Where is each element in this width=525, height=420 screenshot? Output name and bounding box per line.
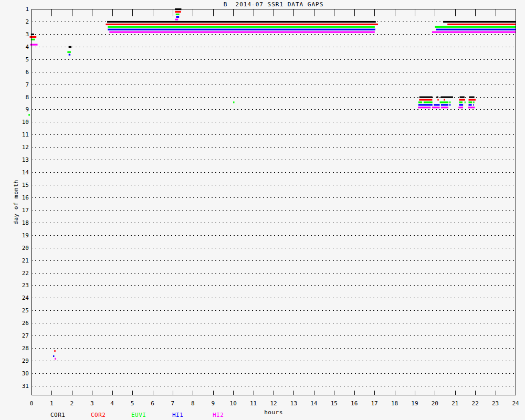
- gap-bar: [449, 104, 450, 106]
- gap-bar: [468, 107, 475, 108]
- x-tick-label: 3: [90, 400, 94, 407]
- gap-bar: [233, 101, 234, 103]
- gap-bar: [418, 101, 422, 103]
- y-tick-label: 19: [22, 232, 29, 239]
- y-axis-title: day of month: [13, 180, 19, 224]
- gap-bar: [465, 101, 466, 103]
- gap-bar: [468, 101, 472, 103]
- gap-bar: [432, 107, 440, 108]
- series-cor2: [30, 11, 516, 352]
- y-tick-label: 14: [22, 169, 29, 176]
- gap-bar: [419, 99, 432, 100]
- y-tick-label: 3: [25, 31, 29, 38]
- y-tick-label: 15: [22, 182, 29, 188]
- y-tick-label: 24: [22, 295, 29, 301]
- x-tick-label: 20: [432, 400, 438, 407]
- gap-bar: [28, 114, 30, 116]
- gap-bar: [434, 104, 439, 106]
- gap-bar: [436, 97, 438, 98]
- y-tick-label: 17: [22, 207, 29, 214]
- y-tick-labels: 1234567891011121314151617181920212223242…: [22, 6, 29, 390]
- y-tick-label: 8: [25, 94, 29, 101]
- x-tick-label: 2: [70, 400, 74, 407]
- x-tick-label: 10: [230, 400, 237, 407]
- gap-bar: [109, 32, 375, 33]
- gap-bar: [108, 26, 375, 28]
- y-tick-label: 16: [22, 194, 29, 201]
- y-tick-label: 7: [25, 81, 29, 88]
- x-tick-label: 0: [30, 400, 34, 407]
- x-tick-label: 22: [472, 400, 479, 407]
- y-tick-label: 5: [25, 56, 29, 63]
- series-hi2: [30, 19, 516, 360]
- x-tick-label: 15: [331, 400, 338, 407]
- gap-bar: [435, 26, 516, 28]
- x-tick-label: 23: [492, 400, 499, 407]
- y-tick-label: 30: [22, 370, 29, 377]
- gap-bar: [106, 24, 378, 25]
- y-tick-label: 25: [22, 307, 29, 314]
- gap-bar: [108, 29, 375, 30]
- gap-bar: [67, 51, 71, 53]
- gap-bar: [440, 97, 453, 98]
- x-tick-label: 4: [110, 400, 114, 407]
- gap-bar: [424, 101, 433, 103]
- gap-bar: [419, 97, 433, 98]
- gap-bar: [459, 104, 463, 106]
- x-tick-label: 24: [512, 400, 519, 407]
- gap-bar: [440, 101, 449, 103]
- gap-bars: [28, 8, 516, 360]
- y-tick-label: 23: [22, 282, 29, 289]
- gap-bar: [436, 29, 516, 30]
- gap-bar: [459, 99, 465, 100]
- y-tick-label: 20: [22, 245, 29, 251]
- x-tick-label: 7: [171, 400, 175, 407]
- gap-bar: [441, 107, 448, 108]
- gap-bar: [458, 107, 463, 108]
- x-tick-label: 21: [452, 400, 458, 407]
- y-tick-label: 9: [25, 106, 29, 113]
- gap-bar: [176, 16, 179, 18]
- series-cor1: [31, 8, 516, 98]
- gap-bar: [449, 101, 450, 103]
- x-tick-label: 5: [131, 400, 134, 407]
- gap-bar: [176, 14, 180, 15]
- x-tick-label: 1: [50, 400, 54, 407]
- y-tick-label: 10: [22, 119, 29, 125]
- gap-bar: [468, 99, 475, 100]
- gap-bar: [55, 358, 56, 360]
- y-tick-label: 13: [22, 156, 29, 163]
- gap-bar: [460, 97, 465, 98]
- gap-bar: [30, 44, 37, 45]
- y-tick-label: 22: [22, 270, 29, 277]
- gap-bar: [473, 101, 474, 103]
- x-tick-label: 6: [151, 400, 154, 407]
- x-tick-label: 11: [250, 400, 257, 407]
- gap-bar: [459, 101, 463, 103]
- gap-bar: [432, 32, 516, 33]
- gap-bar: [473, 104, 474, 106]
- gap-bar: [441, 104, 448, 106]
- gap-bar: [447, 24, 516, 25]
- legend-item-hi2: HI2: [213, 412, 224, 418]
- y-tick-label: 27: [22, 332, 29, 339]
- y-tick-label: 28: [22, 345, 29, 352]
- gap-bar: [31, 34, 34, 35]
- x-tick-label: 9: [211, 400, 215, 407]
- gap-bar: [437, 99, 438, 100]
- y-tick-label: 31: [22, 383, 29, 390]
- y-tick-label: 6: [25, 69, 29, 76]
- x-tick-label: 8: [191, 400, 195, 407]
- day-gridlines: [32, 22, 516, 386]
- plot-frame: [32, 9, 516, 395]
- gap-bar: [443, 21, 516, 23]
- gap-bar: [444, 99, 445, 100]
- x-tick-label: 14: [310, 400, 318, 407]
- legend-item-cor1: COR1: [50, 412, 66, 418]
- x-tick-label: 18: [391, 400, 398, 407]
- y-tick-label: 2: [25, 18, 29, 25]
- series-hi1: [53, 16, 516, 357]
- gap-bar: [30, 36, 37, 38]
- gap-bar: [69, 54, 70, 55]
- gap-bar: [418, 104, 433, 106]
